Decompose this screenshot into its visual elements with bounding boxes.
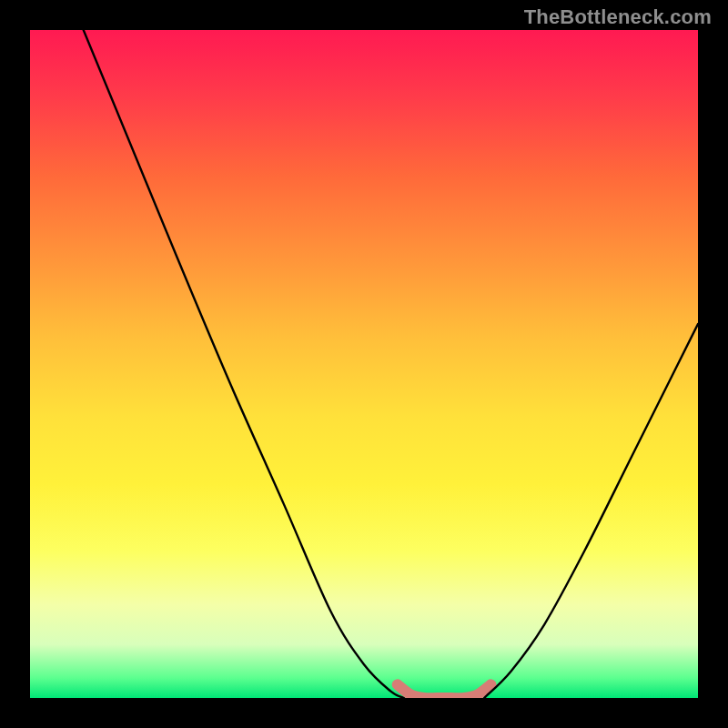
watermark-label: TheBottleneck.com	[524, 5, 712, 29]
series-floor	[398, 684, 491, 698]
curve-overlay	[30, 30, 698, 698]
chart-frame: TheBottleneck.com	[0, 0, 728, 728]
series-left-curve	[84, 30, 404, 698]
chart-plot-area	[30, 30, 698, 698]
series-right-curve	[484, 324, 698, 698]
